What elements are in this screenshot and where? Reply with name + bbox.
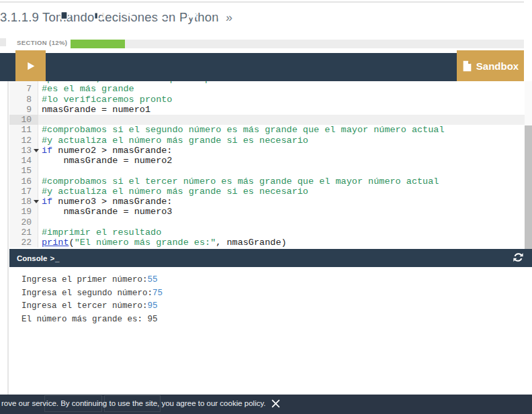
- code-text: nmasGrande = numero1: [38, 105, 525, 115]
- cookie-banner-text: rove our service. By continuing to use t…: [1, 399, 266, 407]
- code-text: [38, 115, 525, 125]
- console-refresh-button[interactable]: [513, 252, 523, 265]
- fold-arrow-icon[interactable]: [34, 200, 39, 203]
- cookie-banner: rove our service. By continuing to use t…: [0, 395, 532, 414]
- console-line: El número más grande es: 95: [21, 313, 532, 327]
- console-line: Ingresa el primer número:55: [21, 274, 532, 287]
- code-text: nmasGrande = numero3: [38, 207, 525, 217]
- copy-button[interactable]: [54, 0, 77, 28]
- line-number: 19: [9, 207, 38, 217]
- progress-left-fragment: [0, 38, 6, 46]
- download-icon: [156, 9, 167, 20]
- line-number: 22: [9, 238, 38, 248]
- editor-scrollbar-thumb[interactable]: [525, 125, 532, 249]
- line-number: 7: [9, 84, 38, 94]
- code-text: [38, 166, 525, 176]
- code-line: 9nmasGrande = numero1: [9, 105, 525, 115]
- line-number: 17: [9, 187, 38, 197]
- line-number: 13: [9, 146, 38, 156]
- console-output[interactable]: Ingresa el primer número:55Ingresa el se…: [9, 267, 532, 396]
- code-text: nmasGrande = numero2: [38, 156, 525, 166]
- reset-button[interactable]: [212, 0, 234, 28]
- code-text: #comprobamos si el tercer número es más …: [38, 176, 525, 187]
- console-prompt-icon: >_: [50, 254, 60, 262]
- share-icon: [124, 9, 135, 19]
- code-line: 14 nmasGrande = numero2: [9, 156, 525, 166]
- editor-toolbar: [0, 53, 524, 81]
- code-line: 19 nmasGrande = numero3: [9, 207, 525, 217]
- open-folder-button[interactable]: [181, 0, 204, 28]
- paste-button[interactable]: [87, 0, 110, 28]
- line-number: 11: [9, 125, 38, 135]
- console-header: Console >_: [9, 249, 532, 267]
- sandbox-tab[interactable]: Sandbox: [457, 50, 524, 81]
- folder-open-icon: [186, 9, 198, 19]
- console-input-echo: 75: [152, 289, 163, 298]
- share-button[interactable]: [118, 0, 141, 28]
- line-number: 20: [9, 217, 38, 227]
- console-title: Console: [17, 254, 47, 262]
- code-text: #es el más grande: [38, 84, 525, 94]
- console-input-echo: 95: [148, 301, 158, 311]
- code-text: [38, 217, 525, 227]
- top-divider: [0, 1, 524, 3]
- play-icon: [25, 60, 36, 72]
- code-text: if numero2 > nmasGrande:: [38, 146, 525, 156]
- fold-arrow-icon[interactable]: [34, 149, 39, 152]
- line-number: 14: [9, 156, 38, 166]
- code-line: 18if numero3 > nmasGrande:: [9, 197, 525, 207]
- code-line: 13if numero2 > nmasGrande:: [9, 146, 525, 156]
- refresh-icon: [218, 9, 228, 19]
- line-number: 18: [9, 197, 38, 207]
- code-text: #imprimir el resultado: [38, 227, 525, 238]
- console-input-echo: 55: [148, 275, 158, 284]
- code-text: if numero3 > nmasGrande:: [38, 197, 525, 207]
- code-text: #y actualiza el número más grande si es …: [38, 187, 525, 197]
- code-line: 16#comprobamos si el tercer número es má…: [9, 176, 525, 187]
- line-number: 21: [9, 227, 38, 238]
- code-line: 11#comprobamos si el segundo número es m…: [9, 125, 525, 135]
- download-button[interactable]: [150, 0, 173, 28]
- line-number: 9: [9, 105, 38, 115]
- paste-icon: [93, 9, 105, 20]
- console-line: Ingresa el segundo número:75: [21, 287, 532, 301]
- refresh-icon: [513, 252, 523, 262]
- code-text: print("El número más grande es:", nmasGr…: [38, 238, 525, 248]
- code-line: 7#es el más grande: [9, 84, 525, 94]
- line-number: 8: [9, 95, 38, 105]
- section-progress-bar: [71, 40, 524, 48]
- code-text: #lo verificaremos pronto: [38, 95, 525, 105]
- code-text: #comprobamos si el segundo número es más…: [38, 125, 525, 135]
- code-line: 8#lo verificaremos pronto: [9, 95, 525, 105]
- console-line: Ingresa el tercer número:95: [21, 300, 532, 313]
- code-rows: 6#por ahora, asumiremos que el primer nú…: [9, 81, 525, 248]
- code-line: 22print("El número más grande es:", nmas…: [9, 238, 525, 248]
- sandbox-label: Sandbox: [476, 60, 519, 72]
- line-number: 10: [9, 115, 38, 125]
- code-line: 15: [9, 166, 525, 176]
- close-icon[interactable]: [271, 399, 281, 409]
- code-editor[interactable]: 6#por ahora, asumiremos que el primer nú…: [9, 81, 525, 249]
- copy-icon: [60, 9, 71, 20]
- code-line: 21#imprimir el resultado: [9, 227, 525, 238]
- line-number: 15: [9, 166, 38, 176]
- code-line: 17#y actualiza el número más grande si e…: [9, 187, 525, 197]
- run-button[interactable]: [15, 50, 46, 81]
- section-progress-fill: [71, 40, 125, 48]
- left-divider: [7, 81, 9, 396]
- section-progress-label: SECTION (12%): [17, 39, 67, 46]
- code-line: 12#y actualiza el número más grande si e…: [9, 136, 525, 146]
- line-number: 12: [9, 136, 38, 146]
- line-number: 16: [9, 176, 38, 187]
- file-icon: [462, 60, 472, 72]
- code-text: #y actualiza el número más grande si es …: [38, 136, 525, 146]
- code-line: 10: [9, 115, 525, 125]
- code-line: 20: [9, 217, 525, 227]
